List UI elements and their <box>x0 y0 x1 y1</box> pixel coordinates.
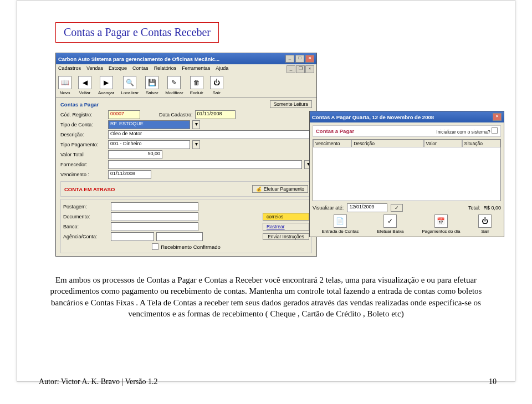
localizar-button[interactable]: 🔍Localizar <box>121 76 139 95</box>
pagamentos-dia-button[interactable]: 📅Pagamentos do dia <box>422 214 460 234</box>
tipo-pagamento-label: Tipo Pagamento: <box>60 142 106 147</box>
agencia-field[interactable] <box>111 232 154 241</box>
documento-label: Documento: <box>63 214 109 219</box>
menu-item[interactable]: Ajuda <box>216 65 228 73</box>
close-icon[interactable]: × <box>305 55 314 63</box>
contas-grid[interactable]: Vencimento Descrição Valor Situação <box>313 139 501 201</box>
tipo-conta-label: Tipo de Conta: <box>60 122 106 127</box>
mdi-restore-icon[interactable]: ❐ <box>296 65 305 73</box>
app-title: Carbon Auto Sistema para gerenciamento d… <box>58 56 219 62</box>
excluir-button[interactable]: 🗑Excluir <box>190 76 203 95</box>
mdi-minimize-icon[interactable]: _ <box>287 65 295 73</box>
popup-heading: Contas a Pagar <box>316 128 354 134</box>
col-descricao[interactable]: Descrição <box>351 140 423 147</box>
banco-label: Banco: <box>63 224 109 229</box>
page-title: Contas a Pagar e Contas Receber <box>55 22 219 43</box>
fornecedor-label: Fornecedor: <box>60 162 106 167</box>
col-vencimento[interactable]: Vencimento <box>313 140 351 147</box>
visualizar-date-field[interactable]: 12/01/2009 <box>347 203 387 212</box>
tipo-pagamento-field[interactable]: 001 - Dinheiro <box>108 140 190 149</box>
fornecedor-field[interactable] <box>108 160 302 169</box>
ok-button[interactable]: ✓ <box>391 204 403 212</box>
mdi-close-icon[interactable]: × <box>305 65 314 73</box>
main-window: Carbon Auto Sistema para gerenciamento d… <box>55 53 317 257</box>
atraso-label: CONTA EM ATRASO <box>64 186 115 192</box>
vencimento-field[interactable]: 01/11/2008 <box>108 170 151 179</box>
body-paragraph: Em ambos os processos de Contas a Pagar … <box>39 274 493 319</box>
modificar-button[interactable]: ✎Modificar <box>165 76 183 95</box>
correios-button[interactable]: correios <box>263 213 309 221</box>
voltar-button[interactable]: ◀Voltar <box>78 76 91 95</box>
inicializar-checkbox[interactable] <box>492 127 498 134</box>
cod-registro-field[interactable]: 00007 <box>108 110 140 119</box>
rastrear-button[interactable]: Rastrear <box>263 223 309 231</box>
descricao-field[interactable]: Óleo de Motor <box>108 130 312 139</box>
menu-item[interactable]: Cadastros <box>58 65 81 73</box>
valor-label: Valor Total <box>60 152 106 157</box>
novo-button[interactable]: 📖Novo <box>58 76 71 95</box>
entrada-contas-button[interactable]: 📄Entrada de Contas <box>322 214 359 234</box>
toolbar: 📖Novo ◀Voltar ▶Avançar 🔍Localizar 💾Salva… <box>56 74 316 98</box>
col-valor[interactable]: Valor <box>424 140 462 147</box>
total-label: Total: <box>468 205 480 211</box>
close-icon[interactable]: × <box>493 113 502 121</box>
maximize-icon[interactable]: □ <box>295 55 304 63</box>
valor-field[interactable]: 50,00 <box>108 150 162 159</box>
col-situacao[interactable]: Situação <box>462 140 500 147</box>
efetuar-baixa-button[interactable]: ✓Efetuar Baixa <box>377 214 403 234</box>
cod-registro-label: Cód. Registro: <box>60 112 106 117</box>
salvar-button[interactable]: 💾Salvar <box>145 76 158 95</box>
menu-item[interactable]: Contas <box>132 65 149 73</box>
money-icon: 💰 <box>256 186 262 192</box>
sair-button[interactable]: ⏻Sair <box>210 76 223 95</box>
documento-field[interactable] <box>111 212 198 221</box>
banco-field[interactable] <box>111 222 198 231</box>
page-number: 10 <box>489 377 497 386</box>
enviar-instrucoes-button[interactable]: Enviar Instruções <box>263 233 309 241</box>
sair-button[interactable]: ⏻Sair <box>478 214 492 234</box>
agencia-conta-label: Agência/Conta: <box>63 234 109 239</box>
chevron-down-icon[interactable]: ▾ <box>192 120 200 129</box>
total-value: R$ 0,00 <box>483 205 501 211</box>
minimize-icon[interactable]: _ <box>285 55 294 63</box>
tipo-conta-field[interactable]: RF. ESTOQUE <box>108 120 190 129</box>
popup-title: Contas A Pagar Quarta, 12 de Novembro de… <box>312 114 434 120</box>
menu-item[interactable]: Estoque <box>109 65 127 73</box>
contas-pagar-popup: Contas A Pagar Quarta, 12 de Novembro de… <box>309 111 504 237</box>
atraso-panel: CONTA EM ATRASO 💰 Efetuar Pagamento <box>60 181 312 197</box>
chevron-down-icon[interactable]: ▾ <box>192 140 200 149</box>
vencimento-label: Vencimento : <box>60 172 106 177</box>
recebimento-label: Recebimento Confirmado <box>161 244 221 250</box>
footer-author: Autor: Victor A. K. Bravo | Versão 1.2 <box>39 377 158 386</box>
data-cadastro-label: Data Cadastro: <box>159 112 193 117</box>
titlebar: Carbon Auto Sistema para gerenciamento d… <box>56 53 316 64</box>
menu-item[interactable]: Relatórios <box>154 65 177 73</box>
menubar: Cadastros Vendas Estoque Contas Relatóri… <box>56 64 316 74</box>
menu-item[interactable]: Ferramentas <box>182 65 210 73</box>
postagem-label: Postagem: <box>63 204 109 209</box>
avancar-button[interactable]: ▶Avançar <box>98 76 114 95</box>
menu-item[interactable]: Vendas <box>86 65 103 73</box>
efetuar-pagamento-button[interactable]: 💰 Efetuar Pagamento <box>252 185 308 193</box>
postagem-field[interactable] <box>111 202 198 211</box>
somente-leitura-button[interactable]: Somente Leitura <box>270 100 312 108</box>
conta-field[interactable] <box>156 232 203 241</box>
popup-titlebar: Contas A Pagar Quarta, 12 de Novembro de… <box>310 111 504 122</box>
data-cadastro-field[interactable]: 01/11/2008 <box>195 110 236 119</box>
descricao-label: Descrição: <box>60 132 106 137</box>
recebimento-checkbox[interactable] <box>152 243 158 250</box>
form-title: Contas a Pagar <box>60 101 99 108</box>
visualizar-label: Visualizar até: <box>313 205 344 211</box>
form-area: Contas a Pagar Somente Leitura Cód. Regi… <box>56 98 316 256</box>
inicializar-label: Inicializar com o sistema? <box>436 129 490 135</box>
